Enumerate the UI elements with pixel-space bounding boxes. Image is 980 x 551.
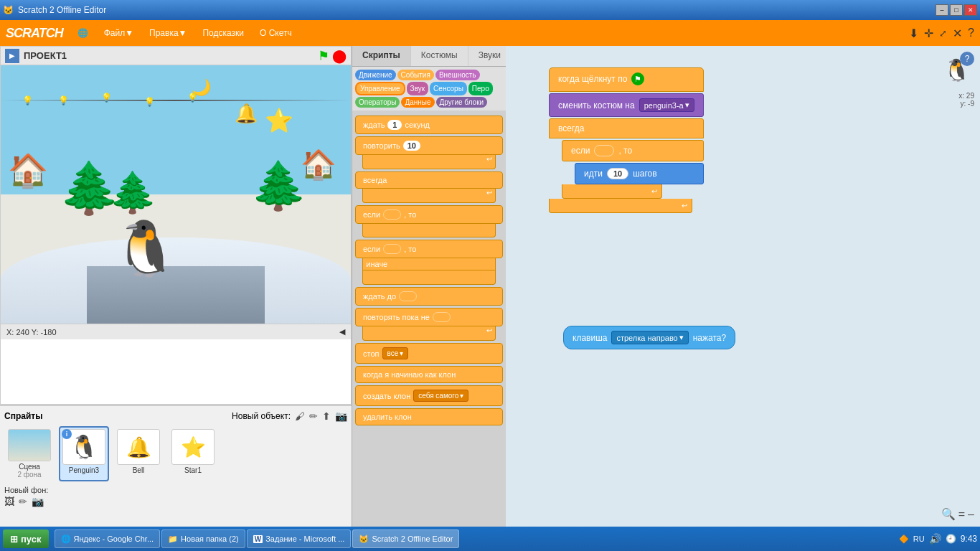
key-dropdown[interactable]: стрелка направо ▾ (611, 331, 688, 344)
stop-button[interactable]: ⬤ (332, 48, 347, 64)
tab-sounds[interactable]: Звуки (468, 46, 512, 66)
word-label: Задание - Microsoft ... (265, 534, 344, 543)
block-repeat[interactable]: повторить 10 (355, 136, 503, 155)
tab-scripts[interactable]: Скрипты (352, 46, 411, 66)
edit-menu[interactable]: Правка▼ (145, 27, 191, 39)
globe-button[interactable]: 🌐 (73, 27, 93, 39)
forever-text: всегда (558, 123, 584, 133)
block-if-condition[interactable] (383, 209, 401, 220)
dropdown-arrow-clone: ▾ (460, 392, 463, 400)
scratch-taskbar-icon: 🐱 (359, 534, 369, 544)
green-flag-button[interactable]: ⚑ (318, 48, 329, 64)
block-repeat-until[interactable]: повторять пока не (355, 308, 503, 326)
info-badge[interactable]: i (62, 429, 72, 439)
resize-icon[interactable]: ⤢ (939, 28, 947, 39)
block-when-flag[interactable]: когда щёлкнут по ⚑ (549, 67, 704, 92)
sprites-list: Сцена 2 фона i 🐧 Penguin3 🔔 Bell ⭐ St (4, 426, 347, 481)
stage-canvas[interactable]: 🌙 💡 💡 💡 💡 💡 ⭐ 🔔 🏠 🏠 🌲 🌲 🌲 (1, 65, 351, 324)
minimize-button[interactable]: – (936, 4, 948, 16)
block-wait-until[interactable]: ждать до (355, 287, 503, 306)
paint-sprite-button[interactable]: 🖌 (295, 410, 305, 422)
start-button[interactable]: ⊞ пуск (3, 529, 49, 548)
block-wait-label: ждать (363, 121, 385, 129)
block-if-else[interactable]: если , то (355, 240, 503, 258)
block-clone-start[interactable]: когда я начинаю как клон (355, 366, 503, 383)
block-wait[interactable]: ждать 1 секунд (355, 116, 503, 134)
speaker-icon[interactable]: 🔊 (929, 533, 941, 545)
paint-backdrop-icon[interactable]: 🖼 (4, 496, 14, 507)
sprite-item-bell[interactable]: 🔔 Bell (113, 426, 164, 481)
block-if[interactable]: если , то (355, 205, 503, 224)
block-switch-costume[interactable]: сменить костюм на penguin3-a ▾ (549, 93, 704, 117)
sprite-item-penguin[interactable]: i 🐧 Penguin3 (59, 426, 109, 481)
sprite-item-scene[interactable]: Сцена 2 фона (4, 426, 55, 481)
stage-thumbnail-icon: ▶ (5, 49, 19, 63)
if-condition-slot[interactable] (594, 145, 614, 156)
category-looks[interactable]: Внешность (435, 70, 480, 80)
zoom-reset-button[interactable]: = (958, 508, 965, 521)
block-wait-val[interactable]: 1 (387, 120, 402, 130)
camera-backdrop-icon[interactable]: 📷 (32, 496, 44, 507)
sprite-item-star[interactable]: ⭐ Star1 (168, 426, 218, 481)
block-forever-outer[interactable]: всегда (549, 118, 704, 138)
block-stop-dropdown[interactable]: все ▾ (382, 347, 409, 359)
costume-dropdown[interactable]: penguin3-a ▾ (639, 98, 694, 112)
block-ifelse-condition[interactable] (383, 244, 401, 254)
penguin-sprite[interactable]: 🐧 (112, 217, 179, 281)
download-icon[interactable]: ⬇ (909, 27, 918, 40)
block-forever[interactable]: всегда (355, 171, 503, 189)
main-content: ▶ ПРОЕКТ1 ⚑ ⬤ 🌙 💡 💡 💡 💡 💡 (0, 46, 980, 527)
block-wait-until-condition[interactable] (399, 291, 417, 301)
sprites-title: Спрайты (4, 411, 42, 421)
block-stop-label: стоп (363, 349, 380, 358)
zoom-out-button[interactable]: – (968, 508, 974, 521)
move-val[interactable]: 10 (607, 168, 628, 179)
category-events[interactable]: События (397, 70, 434, 80)
script-group-1: когда щёлкнут по ⚑ сменить костюм на pen… (549, 67, 704, 213)
category-more[interactable]: Другие блоки (436, 97, 488, 108)
block-key-pressed[interactable]: клавиша стрелка направо ▾ нажата? (563, 326, 735, 349)
upload-sprite-button[interactable]: ✏ (309, 410, 318, 422)
language-indicator[interactable]: RU (913, 534, 925, 543)
folder-sprite-button[interactable]: ⬆ (322, 410, 331, 422)
category-operators[interactable]: Операторы (355, 97, 400, 108)
block-create-clone-dropdown[interactable]: себя самого ▾ (413, 390, 468, 402)
tab-costumes[interactable]: Костюмы (411, 46, 468, 66)
help-icon[interactable]: ? (968, 27, 974, 39)
category-data[interactable]: Данные (401, 97, 434, 108)
expand-arrow[interactable]: ◀ (339, 327, 345, 336)
dropdown-arrow-costume: ▾ (685, 100, 689, 110)
taskbar-item-scratch[interactable]: 🐱 Scratch 2 Offline Editor (352, 529, 459, 548)
taskbar-item-word[interactable]: W Задание - Microsoft ... (247, 529, 352, 548)
upload-backdrop-icon[interactable]: ✏ (19, 496, 27, 507)
category-motion[interactable]: Движение (355, 70, 396, 80)
maximize-button[interactable]: □ (950, 4, 963, 16)
network-icon[interactable]: 🔶 (899, 534, 909, 544)
fullscreen-icon[interactable]: ✛ (924, 27, 933, 40)
block-stop[interactable]: стоп все ▾ (355, 343, 503, 364)
file-menu[interactable]: Файл▼ (100, 27, 138, 39)
help-button[interactable]: ? (960, 52, 974, 66)
taskbar-item-chrome[interactable]: 🌐 Яндекс - Google Chr... (55, 529, 161, 548)
hints-menu[interactable]: Подсказки (198, 27, 248, 39)
category-sensing[interactable]: Сенсоры (430, 82, 467, 95)
block-delete-clone[interactable]: удалить клон (355, 408, 503, 425)
close-button[interactable]: ✕ (964, 4, 977, 16)
taskbar-item-folder[interactable]: 📁 Новая папка (2) (161, 529, 245, 548)
block-repeat-until-condition[interactable] (433, 312, 451, 322)
scripts-panel[interactable]: когда щёлкнут по ⚑ сменить костюм на pen… (506, 46, 980, 527)
bell-decoration: 🔔 (235, 103, 258, 125)
about-menu[interactable]: О Скетч (255, 27, 296, 39)
blocks-list[interactable]: ждать 1 секунд повторить 10 ↩ всегда ↩ е… (352, 110, 506, 527)
zoom-in-button[interactable]: 🔍 (941, 507, 956, 521)
block-if-canvas[interactable]: если , то (562, 140, 704, 161)
shrink-icon[interactable]: ✕ (953, 27, 962, 40)
category-sound[interactable]: Звук (407, 82, 429, 95)
block-move[interactable]: идти 10 шагов (575, 163, 704, 184)
block-create-clone[interactable]: создать клон себя самого ▾ (355, 385, 503, 406)
category-control[interactable]: Управление (355, 82, 405, 95)
x-coord: x: 29 (958, 92, 974, 100)
camera-sprite-button[interactable]: 📷 (335, 410, 347, 422)
category-pen[interactable]: Перо (468, 82, 493, 95)
block-repeat-val[interactable]: 10 (403, 141, 420, 151)
